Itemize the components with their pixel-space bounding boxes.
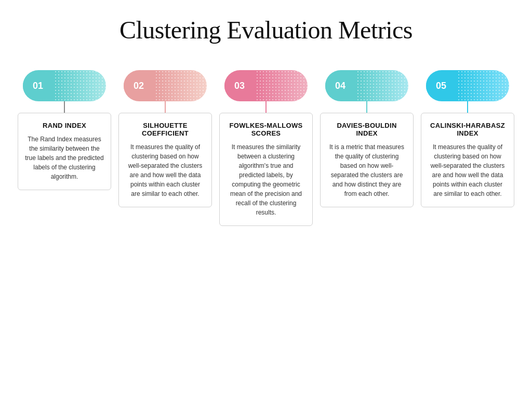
pill-badge-01: 01 [23,70,106,101]
metric-desc-01: The Rand Index measures the similarity b… [24,135,104,181]
pill-number-03: 03 [224,71,255,101]
pill-badge-03: 03 [224,70,308,101]
metric-card-03: FOWLKES-MALLOWS SCORES It measures the s… [219,113,313,226]
metric-desc-05: It measures the quality of clustering ba… [428,142,508,198]
metrics-container: 01 RAND INDEX The Rand Index measures th… [10,70,522,226]
connector-01 [64,101,65,113]
connector-02 [165,101,166,113]
connector-03 [265,101,267,113]
pill-texture-03 [256,70,308,101]
metric-column-02: 02 SILHOUETTE COEFFICIENT It measures th… [118,70,212,207]
metric-card-04: DAVIES-BOULDIN INDEX It is a metric that… [320,113,414,207]
metric-column-04: 04 DAVIES-BOULDIN INDEX It is a metric t… [320,70,414,207]
connector-04 [366,101,367,113]
pill-badge-04: 04 [325,70,408,101]
metric-column-01: 01 RAND INDEX The Rand Index measures th… [18,70,111,190]
metric-title-04: DAVIES-BOULDIN INDEX [327,122,407,137]
pill-number-02: 02 [124,71,154,101]
metric-card-02: SILHOUETTE COEFFICIENT It measures the q… [118,113,212,207]
metric-card-01: RAND INDEX The Rand Index measures the s… [18,113,111,190]
pill-texture-01 [54,70,106,101]
pill-number-05: 05 [426,71,456,101]
pill-badge-02: 02 [124,70,207,101]
metric-desc-04: It is a metric that measures the quality… [327,142,407,198]
pill-texture-05 [457,70,509,101]
pill-badge-05: 05 [426,70,509,101]
pill-number-04: 04 [325,71,355,101]
metric-desc-03: It measures the similarity between a clu… [226,142,306,217]
metric-desc-02: It measures the quality of clustering ba… [125,142,205,198]
metric-title-03: FOWLKES-MALLOWS SCORES [226,122,306,137]
metric-title-02: SILHOUETTE COEFFICIENT [125,122,205,137]
pill-number-01: 01 [23,71,53,101]
pill-texture-02 [155,70,207,101]
metric-card-05: CALINSKI-HARABASZ INDEX It measures the … [421,113,514,207]
page-title: Clustering Evaluation Metrics [119,16,413,44]
metric-column-03: 03 FOWLKES-MALLOWS SCORES It measures th… [219,70,313,226]
metric-title-01: RAND INDEX [24,122,104,129]
pill-texture-04 [356,70,408,101]
metric-title-05: CALINSKI-HARABASZ INDEX [428,122,508,137]
metric-column-05: 05 CALINSKI-HARABASZ INDEX It measures t… [421,70,514,207]
connector-05 [467,101,468,113]
